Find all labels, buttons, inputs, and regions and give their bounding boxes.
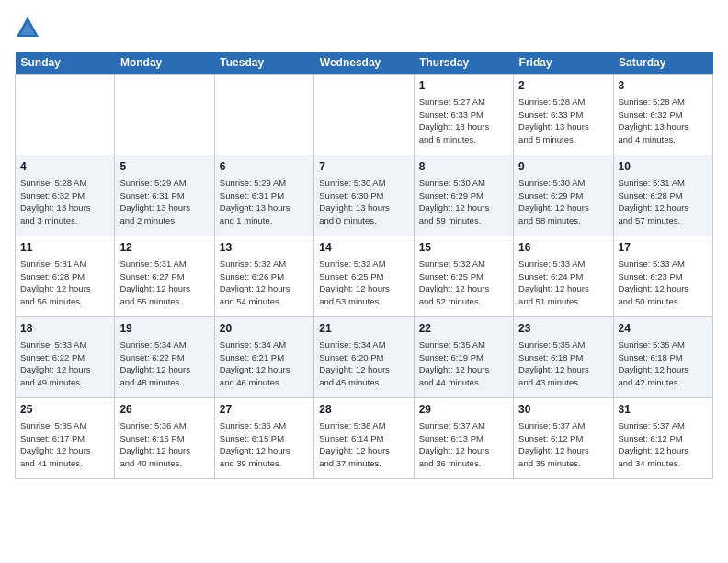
calendar-cell: 31Sunrise: 5:37 AM Sunset: 6:12 PM Dayli… bbox=[613, 398, 712, 479]
day-number: 16 bbox=[518, 240, 608, 256]
calendar-cell: 17Sunrise: 5:33 AM Sunset: 6:23 PM Dayli… bbox=[613, 236, 712, 317]
day-info: Sunrise: 5:34 AM Sunset: 6:22 PM Dayligh… bbox=[119, 339, 209, 389]
day-number: 26 bbox=[119, 402, 209, 418]
calendar-cell: 1Sunrise: 5:27 AM Sunset: 6:33 PM Daylig… bbox=[414, 75, 513, 155]
day-number: 17 bbox=[619, 240, 708, 256]
day-of-week-header: Sunday bbox=[16, 52, 115, 75]
day-number: 6 bbox=[220, 159, 309, 175]
day-info: Sunrise: 5:31 AM Sunset: 6:27 PM Dayligh… bbox=[119, 258, 209, 308]
calendar-cell: 15Sunrise: 5:32 AM Sunset: 6:25 PM Dayli… bbox=[414, 236, 513, 317]
calendar-cell: 21Sunrise: 5:34 AM Sunset: 6:20 PM Dayli… bbox=[314, 317, 414, 398]
calendar-cell: 20Sunrise: 5:34 AM Sunset: 6:21 PM Dayli… bbox=[214, 317, 313, 398]
calendar-cell: 6Sunrise: 5:29 AM Sunset: 6:31 PM Daylig… bbox=[214, 155, 313, 236]
day-info: Sunrise: 5:35 AM Sunset: 6:19 PM Dayligh… bbox=[419, 339, 508, 389]
day-info: Sunrise: 5:32 AM Sunset: 6:26 PM Dayligh… bbox=[220, 258, 309, 308]
calendar-cell: 2Sunrise: 5:28 AM Sunset: 6:33 PM Daylig… bbox=[514, 75, 613, 155]
calendar-cell: 29Sunrise: 5:37 AM Sunset: 6:13 PM Dayli… bbox=[414, 398, 513, 479]
day-number: 20 bbox=[220, 321, 309, 337]
calendar-cell: 30Sunrise: 5:37 AM Sunset: 6:12 PM Dayli… bbox=[514, 398, 613, 479]
day-number: 19 bbox=[119, 321, 209, 337]
day-number: 14 bbox=[319, 240, 408, 256]
day-of-week-header: Wednesday bbox=[314, 52, 414, 75]
day-info: Sunrise: 5:28 AM Sunset: 6:32 PM Dayligh… bbox=[619, 96, 708, 146]
day-number: 13 bbox=[220, 240, 309, 256]
calendar-week-row: 25Sunrise: 5:35 AM Sunset: 6:17 PM Dayli… bbox=[16, 398, 713, 479]
day-number: 9 bbox=[518, 159, 608, 175]
day-info: Sunrise: 5:30 AM Sunset: 6:30 PM Dayligh… bbox=[319, 177, 408, 227]
day-number: 25 bbox=[20, 402, 109, 418]
calendar-cell: 10Sunrise: 5:31 AM Sunset: 6:28 PM Dayli… bbox=[613, 155, 712, 236]
calendar-cell bbox=[16, 75, 115, 155]
day-number: 21 bbox=[319, 321, 408, 337]
calendar-cell: 22Sunrise: 5:35 AM Sunset: 6:19 PM Dayli… bbox=[414, 317, 513, 398]
calendar-cell: 4Sunrise: 5:28 AM Sunset: 6:32 PM Daylig… bbox=[16, 155, 115, 236]
day-info: Sunrise: 5:36 AM Sunset: 6:16 PM Dayligh… bbox=[119, 419, 209, 470]
day-number: 31 bbox=[619, 402, 708, 418]
day-info: Sunrise: 5:36 AM Sunset: 6:15 PM Dayligh… bbox=[220, 419, 309, 470]
calendar-week-row: 4Sunrise: 5:28 AM Sunset: 6:32 PM Daylig… bbox=[16, 155, 713, 236]
day-number: 10 bbox=[619, 159, 708, 175]
day-info: Sunrise: 5:29 AM Sunset: 6:31 PM Dayligh… bbox=[220, 177, 309, 227]
day-number: 29 bbox=[419, 402, 508, 418]
day-number: 3 bbox=[619, 78, 708, 94]
day-info: Sunrise: 5:30 AM Sunset: 6:29 PM Dayligh… bbox=[518, 177, 608, 227]
calendar-cell bbox=[115, 75, 214, 155]
calendar-cell: 8Sunrise: 5:30 AM Sunset: 6:29 PM Daylig… bbox=[414, 155, 513, 236]
day-info: Sunrise: 5:29 AM Sunset: 6:31 PM Dayligh… bbox=[119, 177, 209, 227]
page-header bbox=[15, 15, 713, 40]
day-info: Sunrise: 5:33 AM Sunset: 6:22 PM Dayligh… bbox=[20, 339, 109, 389]
calendar-cell: 12Sunrise: 5:31 AM Sunset: 6:27 PM Dayli… bbox=[115, 236, 214, 317]
day-info: Sunrise: 5:35 AM Sunset: 6:18 PM Dayligh… bbox=[518, 339, 608, 389]
calendar-cell bbox=[214, 75, 313, 155]
day-number: 1 bbox=[419, 78, 508, 94]
day-number: 23 bbox=[518, 321, 608, 337]
day-info: Sunrise: 5:37 AM Sunset: 6:12 PM Dayligh… bbox=[518, 419, 608, 470]
calendar-cell: 7Sunrise: 5:30 AM Sunset: 6:30 PM Daylig… bbox=[314, 155, 414, 236]
calendar-cell bbox=[314, 75, 414, 155]
calendar-cell: 16Sunrise: 5:33 AM Sunset: 6:24 PM Dayli… bbox=[514, 236, 613, 317]
day-number: 4 bbox=[20, 159, 109, 175]
day-of-week-header: Thursday bbox=[414, 52, 513, 75]
day-info: Sunrise: 5:33 AM Sunset: 6:23 PM Dayligh… bbox=[619, 258, 708, 308]
day-of-week-header: Monday bbox=[115, 52, 214, 75]
day-info: Sunrise: 5:28 AM Sunset: 6:33 PM Dayligh… bbox=[518, 96, 608, 146]
calendar-cell: 13Sunrise: 5:32 AM Sunset: 6:26 PM Dayli… bbox=[214, 236, 313, 317]
day-info: Sunrise: 5:35 AM Sunset: 6:18 PM Dayligh… bbox=[619, 339, 708, 389]
day-number: 24 bbox=[619, 321, 708, 337]
day-info: Sunrise: 5:37 AM Sunset: 6:12 PM Dayligh… bbox=[619, 419, 708, 470]
day-of-week-header: Friday bbox=[514, 52, 613, 75]
calendar-cell: 27Sunrise: 5:36 AM Sunset: 6:15 PM Dayli… bbox=[214, 398, 313, 479]
day-number: 22 bbox=[419, 321, 508, 337]
day-info: Sunrise: 5:36 AM Sunset: 6:14 PM Dayligh… bbox=[319, 419, 408, 470]
day-number: 7 bbox=[319, 159, 408, 175]
calendar-week-row: 1Sunrise: 5:27 AM Sunset: 6:33 PM Daylig… bbox=[16, 75, 713, 155]
day-number: 15 bbox=[419, 240, 508, 256]
day-number: 11 bbox=[20, 240, 109, 256]
day-number: 8 bbox=[419, 159, 508, 175]
day-number: 28 bbox=[319, 402, 408, 418]
calendar-cell: 9Sunrise: 5:30 AM Sunset: 6:29 PM Daylig… bbox=[514, 155, 613, 236]
calendar-cell: 3Sunrise: 5:28 AM Sunset: 6:32 PM Daylig… bbox=[613, 75, 712, 155]
calendar-cell: 26Sunrise: 5:36 AM Sunset: 6:16 PM Dayli… bbox=[115, 398, 214, 479]
day-number: 12 bbox=[119, 240, 209, 256]
calendar-table: SundayMondayTuesdayWednesdayThursdayFrid… bbox=[15, 52, 713, 479]
day-info: Sunrise: 5:32 AM Sunset: 6:25 PM Dayligh… bbox=[419, 258, 508, 308]
days-of-week-row: SundayMondayTuesdayWednesdayThursdayFrid… bbox=[16, 52, 713, 75]
calendar-cell: 19Sunrise: 5:34 AM Sunset: 6:22 PM Dayli… bbox=[115, 317, 214, 398]
day-info: Sunrise: 5:31 AM Sunset: 6:28 PM Dayligh… bbox=[619, 177, 708, 227]
calendar-cell: 28Sunrise: 5:36 AM Sunset: 6:14 PM Dayli… bbox=[314, 398, 414, 479]
day-info: Sunrise: 5:35 AM Sunset: 6:17 PM Dayligh… bbox=[20, 419, 109, 470]
day-info: Sunrise: 5:31 AM Sunset: 6:28 PM Dayligh… bbox=[20, 258, 109, 308]
calendar-cell: 11Sunrise: 5:31 AM Sunset: 6:28 PM Dayli… bbox=[16, 236, 115, 317]
day-info: Sunrise: 5:28 AM Sunset: 6:32 PM Dayligh… bbox=[20, 177, 109, 227]
day-info: Sunrise: 5:27 AM Sunset: 6:33 PM Dayligh… bbox=[419, 96, 508, 146]
calendar-cell: 18Sunrise: 5:33 AM Sunset: 6:22 PM Dayli… bbox=[16, 317, 115, 398]
day-info: Sunrise: 5:30 AM Sunset: 6:29 PM Dayligh… bbox=[419, 177, 508, 227]
day-number: 2 bbox=[518, 78, 608, 94]
day-info: Sunrise: 5:33 AM Sunset: 6:24 PM Dayligh… bbox=[518, 258, 608, 308]
calendar-cell: 25Sunrise: 5:35 AM Sunset: 6:17 PM Dayli… bbox=[16, 398, 115, 479]
logo-icon bbox=[15, 15, 40, 40]
day-info: Sunrise: 5:34 AM Sunset: 6:21 PM Dayligh… bbox=[220, 339, 309, 389]
day-number: 27 bbox=[220, 402, 309, 418]
calendar-week-row: 18Sunrise: 5:33 AM Sunset: 6:22 PM Dayli… bbox=[16, 317, 713, 398]
